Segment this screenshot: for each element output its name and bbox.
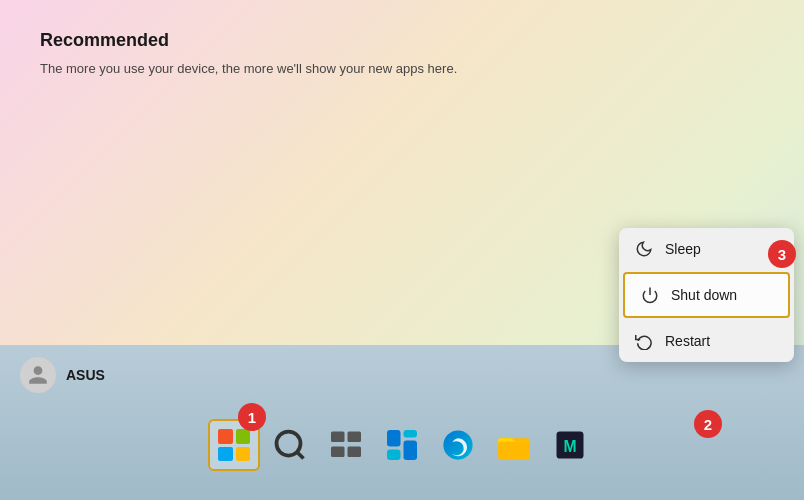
svg-rect-4 xyxy=(331,432,345,443)
svg-line-3 xyxy=(297,452,304,459)
step-badge-2: 2 xyxy=(694,410,722,438)
svg-rect-9 xyxy=(404,430,418,438)
restart-icon xyxy=(635,332,653,350)
taskbar: ASUS 2 1 xyxy=(0,345,804,500)
recommended-subtitle: The more you use your device, the more w… xyxy=(40,61,764,76)
avatar xyxy=(20,357,56,393)
svg-rect-6 xyxy=(331,447,345,458)
app7-button[interactable]: M xyxy=(544,419,596,471)
svg-rect-5 xyxy=(348,432,362,443)
folder-icon xyxy=(496,427,532,463)
start-button[interactable]: 1 xyxy=(208,419,260,471)
widgets-icon xyxy=(384,427,420,463)
sleep-label: Sleep xyxy=(665,241,701,257)
svg-rect-14 xyxy=(498,442,530,460)
username: ASUS xyxy=(66,367,105,383)
taskview-icon xyxy=(328,427,364,463)
svg-text:M: M xyxy=(563,438,576,455)
svg-rect-11 xyxy=(387,450,401,461)
taskbar-icons-row: 1 xyxy=(0,405,804,485)
svg-rect-10 xyxy=(404,441,418,461)
edge-icon xyxy=(440,427,476,463)
search-icon xyxy=(272,427,308,463)
shutdown-label: Shut down xyxy=(671,287,737,303)
edge-button[interactable] xyxy=(432,419,484,471)
svg-rect-7 xyxy=(348,447,362,458)
file-explorer-button[interactable] xyxy=(488,419,540,471)
windows-logo-icon xyxy=(218,429,250,461)
step-badge-1: 1 xyxy=(238,403,266,431)
widgets-button[interactable] xyxy=(376,419,428,471)
power-menu: Sleep Shut down Restart xyxy=(619,228,794,362)
shutdown-menu-item[interactable]: Shut down xyxy=(623,272,790,318)
sleep-icon xyxy=(635,240,653,258)
step-badge-3: 3 xyxy=(768,240,796,268)
task-view-button[interactable] xyxy=(320,419,372,471)
app-icon: M xyxy=(552,427,588,463)
power-icon xyxy=(641,286,659,304)
svg-rect-8 xyxy=(387,430,401,447)
svg-point-2 xyxy=(277,432,301,456)
search-button[interactable] xyxy=(264,419,316,471)
restart-menu-item[interactable]: Restart xyxy=(619,320,794,362)
person-icon xyxy=(27,364,49,386)
restart-label: Restart xyxy=(665,333,710,349)
recommended-title: Recommended xyxy=(40,30,764,51)
